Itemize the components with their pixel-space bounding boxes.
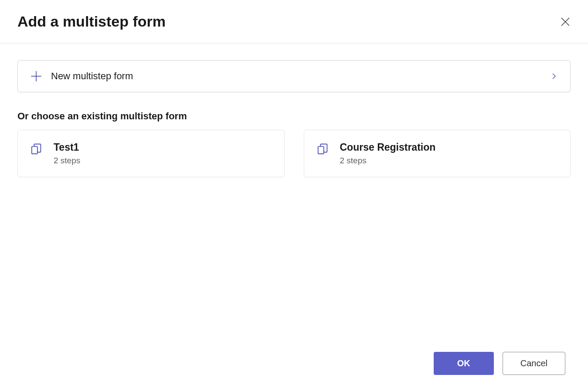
- new-form-label: New multistep form: [51, 71, 133, 82]
- svg-rect-4: [32, 146, 37, 154]
- existing-section-label: Or choose an existing multistep form: [17, 111, 571, 122]
- card-subtitle: 2 steps: [340, 156, 436, 165]
- existing-forms-grid: Test1 2 steps Course Registration 2 step…: [17, 130, 571, 177]
- modal-header: Add a multistep form: [0, 0, 588, 44]
- existing-form-card[interactable]: Test1 2 steps: [17, 130, 285, 177]
- new-multistep-form-button[interactable]: New multistep form: [17, 60, 571, 92]
- cancel-button[interactable]: Cancel: [503, 352, 565, 375]
- modal-body: New multistep form Or choose an existing…: [0, 44, 588, 194]
- chevron-right-icon: [550, 72, 558, 80]
- multistep-form-icon: [30, 142, 43, 155]
- existing-form-card[interactable]: Course Registration 2 steps: [304, 130, 571, 177]
- card-title: Course Registration: [340, 142, 436, 153]
- card-title: Test1: [54, 142, 80, 153]
- plus-icon: [30, 70, 42, 82]
- svg-rect-5: [318, 146, 323, 154]
- multistep-form-icon: [316, 142, 330, 155]
- close-icon[interactable]: [560, 17, 571, 27]
- ok-button[interactable]: OK: [434, 352, 494, 375]
- modal-title: Add a multistep form: [17, 13, 166, 30]
- card-subtitle: 2 steps: [54, 156, 80, 165]
- modal-footer: OK Cancel: [434, 352, 565, 375]
